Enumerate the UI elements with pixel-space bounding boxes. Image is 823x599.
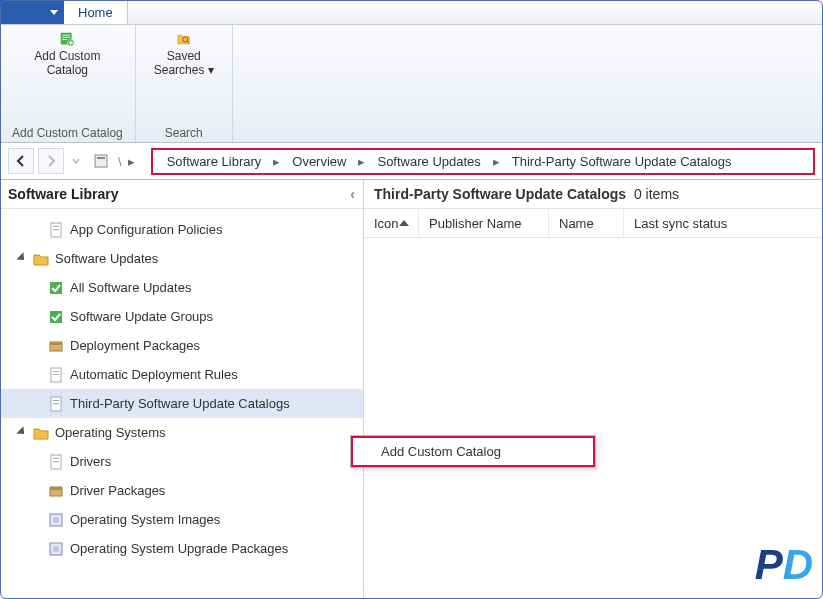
tree-item-label: Operating System Upgrade Packages [70, 541, 288, 556]
sidebar-item[interactable]: Driver Packages [0, 476, 363, 505]
svg-rect-2 [63, 37, 71, 38]
breadcrumb-item[interactable]: Third-Party Software Update Catalogs [504, 154, 740, 169]
content-pane: Third-Party Software Update Catalogs 0 i… [364, 180, 823, 599]
breadcrumb-separator: ▸ [273, 154, 280, 169]
sidebar-item[interactable]: All Software Updates [0, 273, 363, 302]
breadcrumb-separator: ▸ [126, 154, 137, 169]
sidebar-item[interactable]: App Configuration Policies [0, 215, 363, 244]
add-custom-catalog-button[interactable]: Add Custom Catalog [28, 29, 106, 79]
saved-searches-label: Saved Searches ▾ [154, 49, 214, 77]
svg-rect-27 [53, 461, 59, 462]
svg-rect-1 [63, 35, 71, 36]
expand-toggle[interactable] [18, 254, 27, 263]
breadcrumb-item[interactable]: Overview [284, 154, 354, 169]
tree-item-label: Driver Packages [70, 483, 165, 498]
tree-item-label: Automatic Deployment Rules [70, 367, 238, 382]
sidebar-item[interactable]: Automatic Deployment Rules [0, 360, 363, 389]
quick-access-menu[interactable] [0, 0, 64, 24]
tree-item-label: Software Updates [55, 251, 158, 266]
svg-point-31 [53, 517, 59, 523]
tab-bar: Home [0, 0, 823, 25]
ribbon: Add Custom Catalog Add Custom Catalog Sa… [0, 25, 823, 143]
collapse-sidebar-button[interactable]: ‹ [350, 186, 355, 202]
svg-rect-20 [53, 371, 59, 372]
svg-rect-29 [50, 487, 62, 490]
tab-home[interactable]: Home [64, 0, 128, 24]
svg-rect-23 [53, 400, 59, 401]
tree-item-label: Software Update Groups [70, 309, 213, 324]
context-menu: Add Custom Catalog [350, 435, 596, 468]
navigation-bar: \ ▸ Software Library ▸ Overview ▸ Softwa… [0, 143, 823, 180]
sidebar-item[interactable]: Operating System Images [0, 505, 363, 534]
location-icon-button[interactable] [88, 148, 114, 174]
watermark: PD [755, 541, 813, 589]
breadcrumb-item[interactable]: Software Updates [369, 154, 488, 169]
ribbon-group-title-search: Search [165, 126, 203, 140]
sidebar-item[interactable]: Deployment Packages [0, 331, 363, 360]
content-count: 0 items [634, 186, 679, 202]
tree-view: App Configuration PoliciesSoftware Updat… [0, 209, 363, 599]
context-add-custom-catalog[interactable]: Add Custom Catalog [351, 436, 595, 467]
add-custom-catalog-label: Add Custom Catalog [34, 49, 100, 77]
sidebar-header: Software Library ‹ [0, 180, 363, 209]
ribbon-group-search: Saved Searches ▾ Search [136, 25, 233, 142]
tree-item-label: Deployment Packages [70, 338, 200, 353]
forward-button[interactable] [38, 148, 64, 174]
workspace: Software Library ‹ App Configuration Pol… [0, 180, 823, 599]
sidebar: Software Library ‹ App Configuration Pol… [0, 180, 364, 599]
tree-item-label: Operating System Images [70, 512, 220, 527]
sidebar-item[interactable]: Software Update Groups [0, 302, 363, 331]
content-title: Third-Party Software Update Catalogs [374, 186, 626, 202]
breadcrumb-separator: ▸ [493, 154, 500, 169]
svg-rect-11 [97, 157, 105, 159]
svg-rect-13 [53, 226, 59, 227]
tree-item-label: Operating Systems [55, 425, 166, 440]
svg-rect-26 [53, 458, 59, 459]
ribbon-group-title-add: Add Custom Catalog [12, 126, 123, 140]
tree-item-label: Third-Party Software Update Catalogs [70, 396, 290, 411]
column-headers: Icon Publisher Name Name Last sync statu… [364, 208, 823, 238]
sidebar-item[interactable]: Operating System Upgrade Packages [0, 534, 363, 563]
svg-point-33 [53, 546, 59, 552]
svg-rect-21 [53, 374, 59, 375]
chevron-down-icon [50, 10, 58, 15]
chevron-down-icon [72, 157, 80, 165]
add-catalog-icon [59, 31, 75, 47]
expand-toggle[interactable] [18, 428, 27, 437]
breadcrumb-separator: ▸ [358, 154, 365, 169]
arrow-left-icon [14, 154, 28, 168]
ribbon-group-add-catalog: Add Custom Catalog Add Custom Catalog [0, 25, 136, 142]
sidebar-item[interactable]: Third-Party Software Update Catalogs [0, 389, 363, 418]
sidebar-item[interactable]: Operating Systems [0, 418, 363, 447]
content-header: Third-Party Software Update Catalogs 0 i… [364, 180, 823, 208]
svg-rect-24 [53, 403, 59, 404]
sidebar-title: Software Library [8, 186, 118, 202]
svg-rect-10 [95, 155, 107, 167]
arrow-right-icon [44, 154, 58, 168]
svg-rect-7 [69, 42, 73, 43]
tree-item-label: App Configuration Policies [70, 222, 222, 237]
svg-rect-14 [53, 229, 59, 230]
tree-item-label: All Software Updates [70, 280, 191, 295]
column-icon-label: Icon [374, 216, 399, 231]
library-icon [93, 153, 109, 169]
column-sync-status[interactable]: Last sync status [624, 209, 823, 237]
column-publisher[interactable]: Publisher Name [419, 209, 549, 237]
saved-searches-button[interactable]: Saved Searches ▾ [148, 29, 220, 79]
svg-rect-18 [50, 342, 62, 345]
svg-rect-16 [50, 311, 62, 323]
svg-rect-3 [63, 39, 68, 40]
tree-item-label: Drivers [70, 454, 111, 469]
breadcrumb-item[interactable]: Software Library [159, 154, 270, 169]
history-dropdown[interactable] [68, 148, 84, 174]
back-button[interactable] [8, 148, 34, 174]
breadcrumb: Software Library ▸ Overview ▸ Software U… [151, 148, 815, 175]
svg-rect-15 [50, 282, 62, 294]
sidebar-item[interactable]: Software Updates [0, 244, 363, 273]
column-name[interactable]: Name [549, 209, 624, 237]
sidebar-item[interactable]: Drivers [0, 447, 363, 476]
column-icon[interactable]: Icon [364, 209, 419, 237]
sort-ascending-icon [399, 220, 409, 226]
folder-search-icon [176, 31, 192, 47]
